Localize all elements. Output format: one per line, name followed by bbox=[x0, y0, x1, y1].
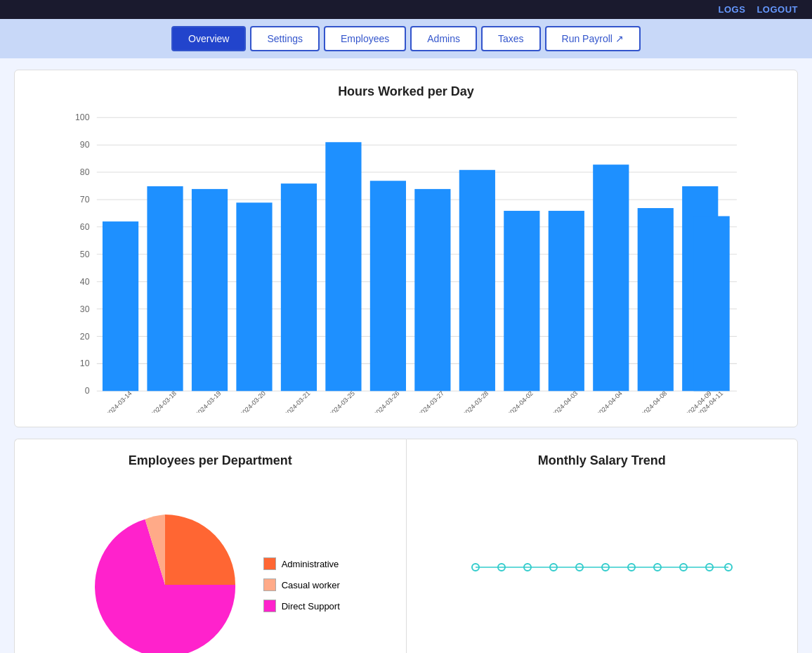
main-content: Hours Worked per Day 100 9 bbox=[0, 58, 812, 653]
svg-text:60: 60 bbox=[80, 222, 90, 232]
external-link-icon: ↗ bbox=[615, 33, 624, 44]
legend-color-direct-support bbox=[263, 600, 276, 612]
bar-2024-03-18 bbox=[147, 186, 183, 391]
bar-2024-04-03 bbox=[549, 211, 584, 391]
legend-label-direct-support: Direct Support bbox=[282, 601, 340, 612]
hours-bar-chart: 100 90 80 70 60 50 40 30 20 10 0 2024-03… bbox=[29, 110, 783, 413]
svg-text:2024-04-04: 2024-04-04 bbox=[595, 389, 623, 413]
svg-text:20: 20 bbox=[80, 332, 90, 342]
legend-direct-support: Direct Support bbox=[263, 600, 340, 612]
tab-taxes[interactable]: Taxes bbox=[481, 26, 541, 51]
salary-chart-area bbox=[421, 479, 784, 653]
salary-chart-title: Monthly Salary Trend bbox=[421, 453, 784, 468]
legend-casual: Casual worker bbox=[263, 578, 340, 591]
bar-2024-04-11 bbox=[694, 216, 730, 392]
bar-2024-04-04 bbox=[593, 164, 629, 391]
legend-administrative: Administrative bbox=[263, 557, 340, 570]
dept-chart-title: Employees per Department bbox=[29, 453, 392, 468]
hours-chart-svg: 100 90 80 70 60 50 40 30 20 10 0 2024-03… bbox=[29, 110, 783, 413]
bar-2024-04-08 bbox=[638, 208, 674, 391]
pie-administrative bbox=[165, 515, 235, 585]
bar-2024-03-20 bbox=[236, 202, 272, 391]
svg-text:80: 80 bbox=[80, 167, 90, 177]
hours-chart-title: Hours Worked per Day bbox=[29, 84, 783, 99]
top-navigation: LOGS LOGOUT bbox=[0, 0, 812, 19]
svg-text:2024-03-14: 2024-03-14 bbox=[105, 389, 133, 413]
bar-2024-03-19 bbox=[192, 189, 228, 391]
svg-text:2024-03-26: 2024-03-26 bbox=[372, 389, 400, 413]
svg-text:2024-03-19: 2024-03-19 bbox=[194, 389, 222, 413]
hours-chart-card: Hours Worked per Day 100 9 bbox=[14, 70, 798, 427]
tab-overview[interactable]: Overview bbox=[171, 26, 246, 51]
salary-chart-card: Monthly Salary Trend bbox=[406, 439, 799, 653]
bar-2024-03-26 bbox=[370, 181, 406, 391]
pie-chart-section: Administrative Casual worker Direct Supp… bbox=[29, 479, 392, 653]
svg-text:30: 30 bbox=[80, 304, 90, 314]
bar-2024-03-27 bbox=[414, 189, 450, 391]
svg-text:2024-03-18: 2024-03-18 bbox=[150, 389, 178, 413]
bottom-charts-row: Employees per Department bbox=[14, 439, 798, 653]
svg-text:40: 40 bbox=[80, 277, 90, 287]
salary-line-chart bbox=[461, 497, 742, 638]
tab-bar: Overview Settings Employees Admins Taxes… bbox=[0, 19, 812, 58]
svg-text:70: 70 bbox=[80, 195, 90, 205]
dept-chart-card: Employees per Department bbox=[14, 439, 406, 653]
svg-text:0: 0 bbox=[85, 386, 90, 396]
logout-link[interactable]: LOGOUT bbox=[757, 4, 798, 15]
svg-text:2024-03-20: 2024-03-20 bbox=[239, 389, 267, 413]
logs-link[interactable]: LOGS bbox=[719, 4, 746, 15]
legend-label-administrative: Administrative bbox=[282, 559, 339, 569]
svg-text:2024-03-27: 2024-03-27 bbox=[417, 389, 445, 413]
dept-legend: Administrative Casual worker Direct Supp… bbox=[263, 557, 340, 612]
svg-text:50: 50 bbox=[80, 250, 90, 259]
tab-run-payroll[interactable]: Run Payroll ↗ bbox=[545, 26, 641, 51]
svg-text:2024-03-21: 2024-03-21 bbox=[283, 389, 311, 413]
bar-2024-03-25 bbox=[325, 142, 361, 391]
tab-employees[interactable]: Employees bbox=[324, 26, 406, 51]
svg-text:90: 90 bbox=[80, 140, 90, 150]
tab-admins[interactable]: Admins bbox=[410, 26, 477, 51]
svg-text:2024-03-25: 2024-03-25 bbox=[328, 389, 356, 413]
bar-2024-04-02 bbox=[504, 211, 539, 391]
svg-text:2024-04-08: 2024-04-08 bbox=[640, 389, 668, 413]
bar-2024-03-28 bbox=[459, 170, 495, 392]
dept-pie-chart bbox=[81, 500, 249, 653]
bar-2024-03-21 bbox=[281, 183, 317, 391]
legend-label-casual: Casual worker bbox=[282, 580, 340, 590]
tab-settings[interactable]: Settings bbox=[250, 26, 320, 51]
svg-text:2024-04-03: 2024-04-03 bbox=[551, 389, 579, 413]
legend-color-casual bbox=[263, 578, 276, 591]
legend-color-administrative bbox=[263, 557, 276, 570]
svg-text:2024-03-28: 2024-03-28 bbox=[461, 389, 490, 413]
svg-text:10: 10 bbox=[80, 358, 90, 368]
svg-text:100: 100 bbox=[75, 112, 90, 122]
bar-2024-03-14 bbox=[103, 221, 138, 391]
svg-text:2024-04-02: 2024-04-02 bbox=[506, 389, 535, 413]
